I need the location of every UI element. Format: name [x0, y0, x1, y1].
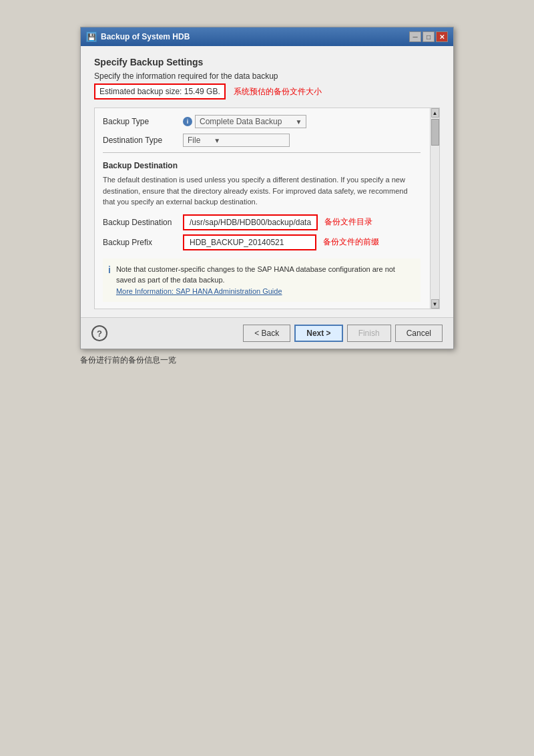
- estimated-size-row: Estimated backup size: 15.49 GB. 系统预估的备份…: [94, 83, 440, 100]
- backup-dest-field-value[interactable]: /usr/sap/HDB/HDB00/backup/data: [183, 214, 318, 230]
- page-caption: 备份进行前的备份信息一览: [80, 355, 454, 366]
- dialog-window: 💾 Backup of System HDB ─ □ ✕ Specify Bac…: [80, 27, 454, 349]
- note-info-icon: i: [108, 264, 111, 297]
- destination-type-value: File: [188, 136, 200, 145]
- page-background: 💾 Backup of System HDB ─ □ ✕ Specify Bac…: [0, 0, 534, 756]
- scrollbar-up-arrow[interactable]: ▲: [431, 108, 439, 118]
- close-button[interactable]: ✕: [436, 31, 448, 42]
- note-link[interactable]: More Information: SAP HANA Administratio…: [116, 287, 282, 295]
- backup-prefix-field-row: Backup Prefix HDB_BACKUP_20140521 备份文件的前…: [103, 234, 421, 250]
- backup-dest-annotation: 备份文件目录: [324, 216, 372, 228]
- backup-dest-description: The default destination is used unless y…: [103, 174, 421, 208]
- destination-type-dropdown[interactable]: File ▼: [183, 134, 290, 147]
- backup-prefix-field-label: Backup Prefix: [103, 238, 183, 247]
- destination-type-row: Destination Type File ▼: [103, 134, 421, 147]
- cancel-button[interactable]: Cancel: [395, 325, 443, 342]
- backup-type-arrow: ▼: [295, 118, 302, 126]
- backup-dest-field-row: Backup Destination /usr/sap/HDB/HDB00/ba…: [103, 214, 421, 230]
- scrollbar[interactable]: ▲ ▼: [430, 108, 439, 309]
- backup-type-control: i Complete Data Backup ▼: [183, 115, 306, 128]
- backup-type-info-icon: i: [183, 117, 192, 126]
- window-icon: 💾: [86, 31, 97, 42]
- maximize-button[interactable]: □: [423, 31, 435, 42]
- window-title: Backup of System HDB: [101, 32, 190, 41]
- next-button[interactable]: Next >: [294, 325, 342, 342]
- backup-prefix-field-value[interactable]: HDB_BACKUP_20140521: [183, 234, 316, 250]
- help-button[interactable]: ?: [91, 325, 107, 341]
- scrollbar-thumb[interactable]: [431, 119, 439, 146]
- backup-type-row: Backup Type i Complete Data Backup ▼: [103, 115, 421, 128]
- backup-dest-field-label: Backup Destination: [103, 218, 183, 227]
- divider: [103, 152, 421, 153]
- button-bar: ? < Back Next > Finish Cancel: [81, 317, 453, 349]
- title-bar-left: 💾 Backup of System HDB: [86, 31, 190, 42]
- destination-type-control: File ▼: [183, 134, 290, 147]
- scrollbar-down-arrow[interactable]: ▼: [431, 299, 439, 309]
- window-content: Specify Backup Settings Specify the info…: [81, 46, 453, 317]
- back-button[interactable]: < Back: [243, 325, 290, 342]
- finish-button: Finish: [347, 325, 391, 342]
- minimize-button[interactable]: ─: [409, 31, 421, 42]
- title-bar: 💾 Backup of System HDB ─ □ ✕: [81, 27, 453, 46]
- estimated-size-annotation: 系统预估的备份文件大小: [234, 86, 322, 98]
- backup-type-value: Complete Data Backup: [200, 117, 282, 126]
- section-subtitle: Specify the information required for the…: [94, 71, 440, 81]
- destination-type-label: Destination Type: [103, 136, 183, 145]
- title-bar-controls: ─ □ ✕: [409, 31, 448, 42]
- note-text-1: Note that customer-specific changes to t…: [116, 265, 395, 285]
- note-text: Note that customer-specific changes to t…: [116, 264, 415, 297]
- note-box: i Note that customer-specific changes to…: [103, 258, 421, 303]
- section-title: Specify Backup Settings: [94, 57, 440, 67]
- backup-prefix-annotation: 备份文件的前缀: [323, 236, 379, 248]
- backup-destination-section: Backup Destination The default destinati…: [103, 161, 421, 250]
- backup-dest-section-label: Backup Destination: [103, 161, 421, 170]
- navigation-buttons: < Back Next > Finish Cancel: [243, 325, 443, 342]
- estimated-size-box: Estimated backup size: 15.49 GB.: [94, 83, 226, 100]
- backup-type-dropdown[interactable]: Complete Data Backup ▼: [195, 115, 306, 128]
- destination-type-arrow: ▼: [214, 137, 220, 144]
- backup-type-label: Backup Type: [103, 117, 183, 126]
